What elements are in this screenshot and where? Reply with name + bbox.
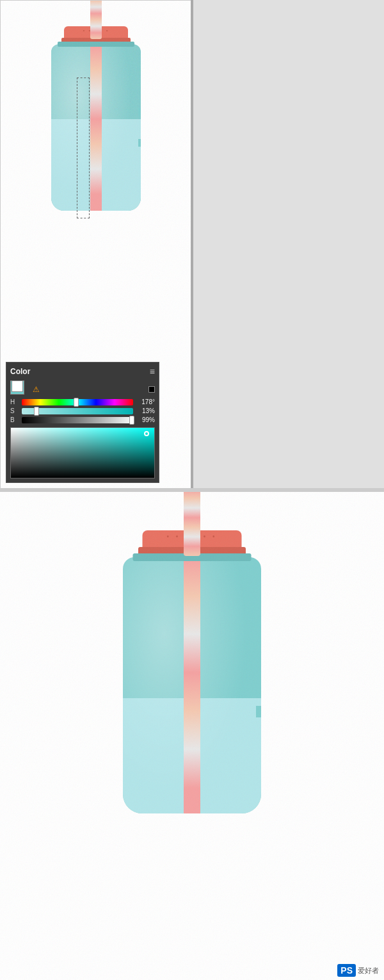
- jar-neck-left: [58, 42, 134, 47]
- watermark-ps: PS: [337, 964, 356, 977]
- hue-label: H: [10, 398, 19, 405]
- brightness-track[interactable]: [22, 417, 133, 423]
- spectrum-cursor: [144, 431, 149, 436]
- brightness-thumb[interactable]: [129, 416, 134, 425]
- hue-track[interactable]: [22, 399, 133, 405]
- straw-inside-left: [90, 44, 102, 211]
- color-panel: Color ≡ ⚠ H 178°: [6, 362, 159, 483]
- saturation-slider-row: S 13%: [10, 407, 155, 414]
- jar-body-large: [123, 557, 261, 813]
- sat-thumb[interactable]: [34, 407, 39, 416]
- color-swatches: ⚠: [10, 380, 155, 398]
- hue-slider-row: H 178°: [10, 398, 155, 405]
- color-spectrum[interactable]: [10, 427, 155, 478]
- left-panel: Color ≡ ⚠ H 178°: [0, 0, 192, 490]
- jar-illustration-left: [38, 13, 154, 231]
- selection-box: [77, 78, 90, 218]
- straw-left: [90, 0, 102, 39]
- horizontal-divider: [0, 488, 384, 492]
- brightness-value: 99%: [136, 416, 155, 423]
- background-swatch[interactable]: [12, 380, 23, 392]
- sat-track[interactable]: [22, 408, 133, 414]
- hue-thumb[interactable]: [74, 398, 79, 407]
- hue-value: 178°: [136, 398, 155, 405]
- color-panel-menu-icon[interactable]: ≡: [150, 366, 155, 377]
- jar-large-container: [99, 511, 285, 851]
- watermark: PS 爱好者: [337, 964, 379, 977]
- color-sliders: H 178° S 13% B: [10, 398, 155, 423]
- gamut-warning: [148, 386, 155, 393]
- straw-inside-large: [184, 557, 200, 813]
- bottom-panel: PS 爱好者: [0, 492, 384, 980]
- sat-value: 13%: [136, 407, 155, 414]
- jar-body-left: [51, 44, 141, 211]
- watermark-site: 爱好者: [358, 966, 379, 976]
- sat-label: S: [10, 407, 19, 414]
- color-panel-header: Color ≡: [10, 366, 155, 377]
- jar-handle-left: [138, 108, 141, 147]
- color-panel-title: Color: [10, 367, 30, 376]
- warning-icon: ⚠: [33, 385, 40, 394]
- jar-handle-large: [256, 657, 261, 717]
- straw-large: [184, 492, 200, 556]
- top-row: Color ≡ ⚠ H 178°: [0, 0, 384, 490]
- brightness-slider-row: B 99%: [10, 416, 155, 423]
- swatch-container: [10, 380, 31, 398]
- brightness-label: B: [10, 416, 19, 423]
